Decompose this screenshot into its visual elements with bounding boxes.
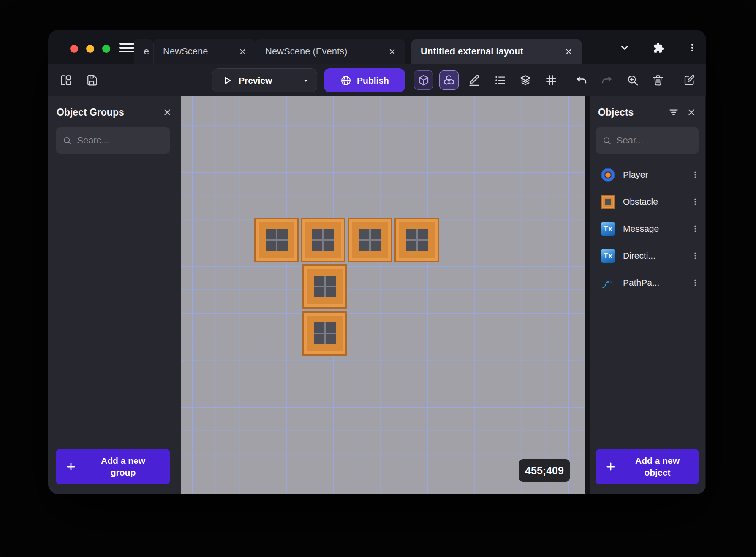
edit-3d-view-button[interactable] [414,70,433,90]
kebab-menu-icon [691,224,699,233]
object-menu-button[interactable] [688,249,702,263]
close-icon [565,48,573,56]
tab-label: e [144,46,149,57]
object-menu-button[interactable] [688,195,702,209]
filter-list-icon [668,107,679,118]
preview-button[interactable]: Preview [212,68,317,92]
close-panel-button[interactable] [684,105,699,120]
kebab-menu-icon [691,170,699,179]
layers-button[interactable] [516,70,535,90]
tab-bar: e NewScene NewScene (Events) Untitled ex… [48,30,706,64]
redo-button[interactable] [597,70,617,90]
cubes-stack-icon [443,74,455,87]
add-group-button[interactable]: Add a new group [56,449,170,484]
tab-newscene-events[interactable]: NewScene (Events) [256,39,405,64]
obstacle-core [406,229,428,251]
obstacle-instance[interactable] [302,311,347,356]
publish-button[interactable]: Publish [324,68,405,92]
add-object-label-line2: object [619,467,696,479]
pencil-icon [468,74,481,87]
obstacle-instance[interactable] [394,218,439,262]
obstacle-instance[interactable] [348,218,392,262]
close-tab-icon[interactable] [236,45,249,58]
project-manager-button[interactable] [56,70,76,90]
edit-scene-button[interactable] [680,70,699,90]
caret-down-icon [302,76,310,85]
obstacle-icon [601,195,615,209]
instances-list-button[interactable] [490,70,510,90]
object-groups-panel: Object Groups Add a new group [48,96,181,494]
plus-icon [605,461,617,473]
cursor-coordinates-badge: 455;409 [519,459,570,482]
main-menu-button[interactable] [119,43,134,52]
plus-icon [65,461,77,473]
object-name: Message [623,224,680,234]
zoom-in-icon [626,74,639,87]
objects-panel: Objects Player [590,96,705,494]
close-panel-button[interactable] [160,105,175,120]
kebab-menu-icon [691,197,699,206]
obstacle-core [312,229,334,251]
object-row-player[interactable]: Player [590,162,705,187]
undo-icon [575,74,588,87]
object-row-obstacle[interactable]: Obstacle [590,189,705,214]
window-controls [70,45,110,53]
tab-label: NewScene (Events) [265,46,347,57]
text-object-icon: Tx [601,249,615,263]
zoom-window-button[interactable] [102,45,110,53]
preview-dropdown-toggle[interactable] [294,69,317,92]
close-tab-icon[interactable] [386,45,398,58]
object-row-directions[interactable]: Tx Directi... [590,243,705,268]
zoom-button[interactable] [623,70,642,90]
globe-icon [340,75,352,87]
close-icon [687,108,696,117]
object-menu-button[interactable] [688,222,702,236]
filter-objects-button[interactable] [666,105,681,120]
chevron-down-icon [619,42,631,54]
object-name: Directi... [623,251,680,261]
object-row-pathpaint[interactable]: PathPa... [590,270,705,295]
add-group-label-line2: group [79,467,167,479]
close-tab-icon[interactable] [562,45,575,58]
object-menu-button[interactable] [688,276,702,290]
edit-properties-button[interactable] [465,70,484,90]
obstacle-core [314,322,336,344]
window-kebab-menu-button[interactable] [684,39,701,56]
close-icon [239,48,247,56]
objects-header: Objects [598,103,699,122]
trash-icon [652,74,664,87]
obstacle-instance[interactable] [302,264,347,309]
undo-button[interactable] [572,70,591,90]
tab-untitled-external-layout[interactable]: Untitled external layout [411,39,582,64]
tab-label: Untitled external layout [421,46,523,57]
delete-button[interactable] [648,70,668,90]
add-object-label: Add a new object [619,455,696,479]
search-input[interactable] [617,135,692,146]
tab-overflow-button[interactable] [616,39,633,56]
extensions-button[interactable] [650,39,667,56]
search-input[interactable] [77,135,163,146]
edit-objects-button[interactable] [439,70,459,90]
canvas-instances [181,96,585,494]
save-button[interactable] [82,70,101,90]
kebab-menu-icon [691,278,699,287]
tab-bar-actions [616,39,701,56]
tab-truncated[interactable]: e [134,39,153,64]
puzzle-icon [653,42,664,54]
object-row-message[interactable]: Tx Message [590,216,705,241]
object-groups-search [56,127,170,154]
grid-icon [545,74,557,87]
toolbar: Preview Publish [48,64,706,96]
scene-canvas[interactable]: 455;409 [181,96,585,494]
obstacle-instance[interactable] [301,218,345,262]
main-content: Object Groups Add a new group 455;409 [48,96,706,494]
object-name: PathPa... [623,278,680,288]
object-menu-button[interactable] [688,168,702,182]
add-group-label-line1: Add a new [79,455,167,467]
add-object-button[interactable]: Add a new object [596,449,699,484]
minimize-window-button[interactable] [86,45,94,53]
obstacle-instance[interactable] [254,218,299,262]
grid-toggle-button[interactable] [541,70,561,90]
tab-newscene[interactable]: NewScene [153,39,256,64]
close-window-button[interactable] [70,45,78,53]
